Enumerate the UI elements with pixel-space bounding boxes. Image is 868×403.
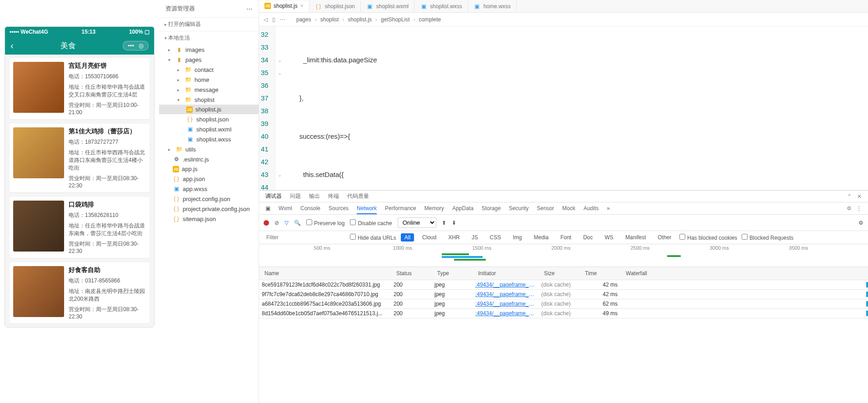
tab-shoplist-js[interactable]: JSshoplist.js× (259, 1, 309, 12)
tab-output[interactable]: 输出 (309, 192, 320, 200)
table-row[interactable]: 8d154dd60be1cb05d7aef075a3e46765121513.j… (259, 309, 868, 318)
gear-icon[interactable]: ⚙ (858, 220, 863, 226)
col-initiator[interactable]: Initiator (475, 269, 541, 278)
chip-manifest[interactable]: Manifest (622, 233, 649, 242)
tree-file-eslintrc[interactable]: ⚙.eslintrc.js (159, 154, 259, 164)
col-status[interactable]: Status (394, 269, 434, 278)
tree-file-app-js[interactable]: JSapp.js (159, 164, 259, 174)
filter-input[interactable] (264, 233, 345, 242)
tree-folder-utils[interactable]: ▸📁utils (159, 144, 259, 154)
crumb[interactable]: pages (296, 16, 311, 23)
shop-card[interactable]: 宫廷月亮虾饼电话：15530710686地址：任丘市裕华中路与会战道交叉口东南角… (10, 58, 150, 119)
tab-network[interactable]: Network (357, 205, 377, 214)
chip-font[interactable]: Font (557, 233, 575, 242)
tab-performance[interactable]: Performance (385, 205, 416, 212)
shop-card[interactable]: 好食客自助电话：0317-8565866地址：南皮县光明中路烈士陵园北200米路… (10, 262, 150, 323)
nav-back-icon[interactable]: ◁ (264, 16, 268, 23)
table-row[interactable]: a684723c1ccbb89675ac14c89ce203a513606.jp… (259, 299, 868, 309)
tab-wxml[interactable]: Wxml (279, 205, 292, 212)
tree-file-project-private-config[interactable]: { }project.private.config.json (159, 204, 259, 214)
tree-file-app-json[interactable]: { }app.json (159, 174, 259, 184)
download-icon[interactable]: ⬇ (452, 220, 456, 226)
col-waterfall[interactable]: Waterfall (623, 269, 865, 278)
upload-icon[interactable]: ⬆ (442, 220, 446, 226)
chevron-up-icon[interactable]: ⌃ (847, 193, 852, 200)
network-timeline[interactable]: 500 ms 1000 ms 1500 ms 2000 ms 2500 ms 3… (259, 244, 868, 267)
code-line[interactable]: }, (288, 92, 864, 105)
tab-appdata[interactable]: AppData (452, 205, 474, 212)
tab-problems[interactable]: 问题 (290, 192, 301, 200)
record-icon[interactable] (264, 220, 269, 226)
tab-shoplist-wxml[interactable]: ▣shoplist.wxml (361, 1, 414, 12)
close-icon[interactable]: × (300, 3, 304, 9)
target-icon[interactable]: ◎ (139, 42, 144, 49)
crumb[interactable]: complete (419, 16, 441, 23)
tab-debugger[interactable]: 调试器 (265, 192, 282, 200)
bookmark-icon[interactable]: ▯ (272, 16, 275, 23)
tab-storage[interactable]: Storage (482, 205, 501, 212)
tab-shoplist-wxss[interactable]: ▣shoplist.wxss (414, 1, 468, 12)
chip-all[interactable]: All (401, 233, 414, 242)
tree-file-shoplist-wxml[interactable]: ▣shoplist.wxml (159, 124, 259, 134)
tree-file-sitemap[interactable]: { }sitemap.json (159, 214, 259, 224)
tree-folder-message[interactable]: ▸📁message (159, 85, 259, 95)
online-select[interactable]: Online (398, 217, 436, 228)
disable-cache-toggle[interactable]: Disable cache (350, 219, 392, 227)
blocked-cookies-toggle[interactable]: Has blocked cookies (679, 234, 737, 241)
code-content[interactable]: _limit:this.data.pageSize }, success:(re… (284, 26, 868, 190)
tab-sources[interactable]: Sources (329, 205, 349, 212)
crumb[interactable]: getShopList (381, 16, 409, 23)
code-line[interactable]: _limit:this.data.pageSize (288, 54, 864, 66)
filter-icon[interactable]: ▽ (284, 220, 289, 226)
more-icon[interactable]: ••• (128, 42, 134, 49)
chip-doc[interactable]: Doc (579, 233, 596, 242)
tab-code-quality[interactable]: 代码质量 (347, 192, 369, 200)
capsule-button[interactable]: ••• ◎ (123, 41, 149, 50)
chip-img[interactable]: Img (509, 233, 525, 242)
tree-file-shoplist-wxss[interactable]: ▣shoplist.wxss (159, 134, 259, 144)
more-icon[interactable]: ⋯ (280, 16, 285, 23)
tab-memory[interactable]: Memory (424, 205, 444, 212)
tree-file-shoplist-js[interactable]: JSshoplist.js (159, 105, 259, 114)
tree-file-app-wxss[interactable]: ▣app.wxss (159, 184, 259, 194)
close-icon[interactable]: ✕ (857, 193, 862, 200)
open-editors-section[interactable]: ▸ 打开的编辑器 (159, 17, 259, 31)
chip-xhr[interactable]: XHR (444, 233, 463, 242)
col-time[interactable]: Time (582, 269, 623, 278)
tab-shoplist-json[interactable]: { }shoplist.json (309, 1, 361, 12)
element-picker-icon[interactable]: ▣ (265, 205, 270, 212)
chip-css[interactable]: CSS (486, 233, 505, 242)
chip-js[interactable]: JS (468, 233, 482, 242)
back-icon[interactable]: ‹ (10, 40, 14, 51)
tree-file-project-config[interactable]: { }project.config.json (159, 194, 259, 204)
code-line[interactable]: success:(res)=>{ (288, 130, 864, 143)
shop-card[interactable]: 第1佳大鸡排（蕾莎店）电话：18732727277地址：任丘市裕华西路与会战北道… (10, 124, 150, 192)
table-row[interactable]: 8ce591879123fe1dcf6d48c022c7bd8f260331.j… (259, 280, 868, 290)
code-editor[interactable]: 32333435363738394041424344 ⌄⌄⌄ _limit:th… (259, 26, 868, 190)
tab-sensor[interactable]: Sensor (537, 205, 554, 212)
crumb[interactable]: shoplist.js (348, 16, 372, 23)
tree-folder-contact[interactable]: ▸📁contact (159, 65, 259, 75)
tree-file-shoplist-json[interactable]: { }shoplist.json (159, 114, 259, 124)
tab-audits[interactable]: Audits (584, 205, 599, 212)
tab-terminal[interactable]: 终端 (328, 192, 339, 200)
crumb[interactable]: shoplist (320, 16, 339, 23)
tree-folder-shoplist[interactable]: ▾📁shoplist (159, 95, 259, 105)
col-name[interactable]: Name (262, 269, 394, 278)
col-size[interactable]: Size (541, 269, 582, 278)
hide-data-urls-toggle[interactable]: Hide data URLs (350, 234, 396, 241)
shop-list[interactable]: 宫廷月亮虾饼电话：15530710686地址：任丘市裕华中路与会战道交叉口东南角… (5, 55, 154, 327)
gear-icon[interactable]: ⚙ (847, 205, 852, 212)
chip-other[interactable]: Other (654, 233, 675, 242)
table-row[interactable]: 9f7fc7c9e7dca62deb8c8e297ca4686b70710.jp… (259, 290, 868, 299)
chip-ws[interactable]: WS (601, 233, 617, 242)
tab-mock[interactable]: Mock (562, 205, 575, 212)
more-tabs-icon[interactable]: » (607, 205, 610, 212)
tab-home-wxss[interactable]: ▣home.wxss (468, 1, 517, 12)
tree-folder-images[interactable]: ▸▮images (159, 45, 259, 55)
clear-icon[interactable]: ⊘ (274, 220, 279, 226)
search-icon[interactable]: 🔍 (294, 220, 301, 226)
fold-column[interactable]: ⌄⌄⌄ (275, 26, 284, 190)
chip-cloud[interactable]: Cloud (419, 233, 440, 242)
tab-security[interactable]: Security (509, 205, 529, 212)
